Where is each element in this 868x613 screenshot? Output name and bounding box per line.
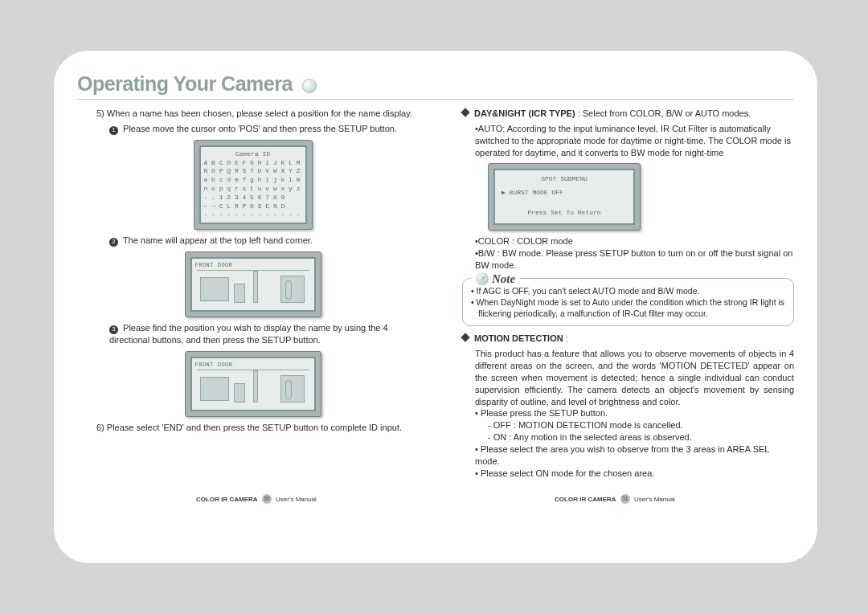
step-5-sub3-text: Please find the position you wish to dis… bbox=[109, 323, 388, 345]
osd-title: SPOT SUBMENU bbox=[502, 175, 627, 184]
osd-row: ▶ BURST MODE OFF bbox=[502, 189, 627, 198]
manual-page-spread: Operating Your Camera 5) When a name has… bbox=[53, 50, 818, 564]
camera-id-overlay: FRONT DOOR bbox=[195, 262, 311, 269]
md-bullet-onmode: • Please select ON mode for the chosen a… bbox=[475, 468, 794, 480]
section-header: Operating Your Camera bbox=[77, 72, 794, 100]
daynight-label: DAY&NIGHT (ICR TYPE) bbox=[474, 108, 575, 118]
camera-preview-monitor-1: FRONT DOOR bbox=[185, 251, 321, 317]
step-5-sub2-text: The name will appear at the top left han… bbox=[123, 235, 313, 245]
md-sub-off: - OFF : MOTION DETECTION mode is cancell… bbox=[488, 419, 794, 431]
decorative-sphere-icon bbox=[302, 79, 317, 93]
bw-bullet: •B/W : BW mode. Please press SETUP butto… bbox=[475, 247, 794, 272]
auto-bullet: •AUTO: According to the input luminance … bbox=[475, 123, 794, 159]
camera-id-overlay: FRONT DOOR bbox=[195, 362, 311, 369]
md-bullet-area: • Please select the area you wish to obs… bbox=[475, 443, 794, 468]
step-5-sub2: 2 The name will appear at the top left h… bbox=[109, 235, 428, 247]
osd-row: N O P Q R S T U V W X Y Z bbox=[204, 167, 302, 176]
md-description: This product has a feature that allows y… bbox=[475, 348, 794, 407]
daynight-heading: DAY&NIGHT (ICR TYPE) : Select from COLOR… bbox=[462, 108, 794, 120]
osd-row: n o p q r s t u v w x y z bbox=[204, 185, 302, 194]
osd-row: ← → C L R P O S E N D bbox=[204, 202, 302, 211]
camera-scene: FRONT DOOR bbox=[190, 357, 316, 411]
step-5: 5) When a name has been chosen, please s… bbox=[96, 108, 428, 120]
osd-title: Camera ID bbox=[204, 150, 302, 159]
osd-row: - - - - - - - - - - - - - bbox=[204, 210, 302, 219]
osd-row: A B C D E F G H I J K L M bbox=[204, 159, 302, 168]
step-5-sub1: 1 Please move the cursor onto 'POS' and … bbox=[109, 123, 428, 135]
osd-row: a b c d e f g h i j k l m bbox=[204, 176, 302, 185]
footer-left: COLOR IR CAMERA 30 User's Manual bbox=[196, 494, 317, 504]
osd-row: - . 1 2 3 4 5 6 7 8 9 bbox=[204, 194, 302, 202]
diamond-icon bbox=[461, 108, 469, 116]
camera-scene: FRONT DOOR bbox=[190, 257, 316, 312]
md-colon: : bbox=[566, 333, 568, 343]
osd-characterset-monitor: Camera ID A B C D E F G H I J K L M N O … bbox=[194, 140, 313, 230]
color-bullet: •COLOR : COLOR mode bbox=[475, 235, 794, 247]
camera-preview-monitor-2: FRONT DOOR bbox=[185, 351, 321, 417]
page-number-right: 31 bbox=[620, 494, 630, 504]
step-5-sub1-text: Please move the cursor onto 'POS' and th… bbox=[123, 124, 397, 133]
md-bullet-setup: • Please press the SETUP button. bbox=[475, 407, 794, 419]
motion-detection-heading: MOTION DETECTION : bbox=[462, 333, 794, 345]
page-number-left: 30 bbox=[262, 494, 272, 504]
note-box: ☞ Note If AGC is OFF, you can't select A… bbox=[462, 278, 794, 327]
daynight-text: : Select from COLOR, B/W or AUTO modes. bbox=[578, 108, 751, 118]
note-tab: ☞ Note bbox=[471, 271, 520, 287]
circled-3-icon: 3 bbox=[109, 325, 118, 334]
note-title: Note bbox=[492, 271, 515, 287]
right-page: DAY&NIGHT (ICR TYPE) : Select from COLOR… bbox=[443, 104, 794, 480]
illustration bbox=[197, 270, 309, 305]
step-6: 6) Please select 'END' and then press th… bbox=[96, 422, 428, 434]
osd-screen: Camera ID A B C D E F G H I J K L M N O … bbox=[199, 145, 307, 224]
footer-suffix: User's Manual bbox=[634, 495, 675, 502]
illustration bbox=[197, 370, 309, 405]
note-line-2: When DayNight mode is set to Auto under … bbox=[471, 296, 785, 319]
diamond-icon bbox=[461, 333, 469, 342]
section-title: Operating Your Camera bbox=[77, 72, 293, 96]
footer-suffix: User's Manual bbox=[276, 495, 317, 502]
md-sub-on: - ON : Any motion in the selected areas … bbox=[488, 431, 794, 443]
circled-1-icon: 1 bbox=[109, 126, 118, 135]
footer-product: COLOR IR CAMERA bbox=[555, 495, 616, 502]
osd-screen: SPOT SUBMENU ▶ BURST MODE OFF Press Set … bbox=[493, 169, 635, 225]
left-page: 5) When a name has been chosen, please s… bbox=[77, 104, 428, 480]
osd-return-hint: Press Set To Return bbox=[502, 209, 627, 218]
footer-product: COLOR IR CAMERA bbox=[196, 495, 257, 502]
circled-2-icon: 2 bbox=[109, 238, 118, 247]
md-label: MOTION DETECTION bbox=[474, 333, 563, 343]
footer: COLOR IR CAMERA 30 User's Manual COLOR I… bbox=[77, 494, 794, 504]
spot-submenu-monitor: SPOT SUBMENU ▶ BURST MODE OFF Press Set … bbox=[488, 163, 641, 231]
note-hand-icon: ☞ bbox=[476, 272, 489, 285]
step-5-sub3: 3 Please find the position you wish to d… bbox=[109, 322, 428, 346]
footer-right: COLOR IR CAMERA 31 User's Manual bbox=[555, 494, 675, 504]
